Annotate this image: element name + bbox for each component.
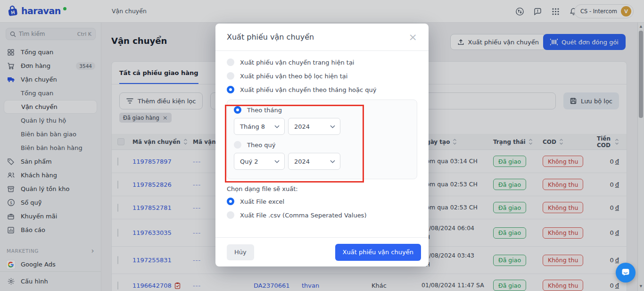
modal-header: Xuất phiếu vận chuyển ×	[215, 24, 429, 51]
chevron-down-icon	[274, 160, 280, 163]
modal-title: Xuất phiếu vận chuyển	[227, 33, 314, 42]
radio-option-csv[interactable]: Xuất File .csv (Comma Seperated Values)	[227, 211, 417, 219]
modal-footer: Hủy Xuất phiếu vận chuyển	[215, 237, 429, 266]
quarter-year-select[interactable]: 2024	[288, 153, 340, 170]
chevron-down-icon	[330, 125, 335, 128]
radio-label: Xuất phiếu vận theo bộ lọc hiện tại	[240, 73, 347, 80]
radio-icon	[227, 58, 234, 66]
radio-label: Xuất phiếu vận chuyển theo tháng hoặc qu…	[240, 86, 377, 93]
radio-icon	[234, 141, 241, 149]
radio-label: Theo quý	[247, 141, 275, 149]
chat-widget-button[interactable]	[616, 263, 636, 283]
radio-icon	[227, 198, 234, 205]
radio-option-excel[interactable]: Xuất File excel	[227, 198, 417, 205]
select-value: Tháng 8	[240, 123, 265, 130]
period-panel: Theo tháng Tháng 8 2024	[227, 100, 417, 179]
select-value: 2024	[294, 123, 310, 130]
radio-option-by-quarter[interactable]: Theo quý	[234, 141, 410, 149]
radio-option-month-quarter[interactable]: Xuất phiếu vận chuyển theo tháng hoặc qu…	[227, 86, 417, 93]
month-select[interactable]: Tháng 8	[234, 118, 285, 135]
radio-icon	[227, 211, 234, 219]
radio-label: Xuất phiếu vận chuyển trang hiện tại	[240, 59, 354, 66]
app-window: H haravan Vận chuyển	[0, 0, 644, 291]
chat-bubble-icon	[620, 267, 631, 278]
radio-option-current-filter[interactable]: Xuất phiếu vận theo bộ lọc hiện tại	[227, 72, 417, 80]
month-year-select[interactable]: 2024	[288, 118, 340, 135]
file-format-label: Chọn dạng file sẽ xuất:	[227, 185, 417, 192]
radio-label: Xuất File .csv (Comma Seperated Values)	[240, 212, 366, 219]
radio-icon	[227, 72, 234, 80]
cancel-button[interactable]: Hủy	[227, 244, 254, 260]
chevron-down-icon	[274, 125, 280, 128]
chevron-down-icon	[330, 160, 335, 163]
close-icon[interactable]: ×	[409, 32, 417, 42]
quarter-select[interactable]: Quý 2	[234, 153, 285, 170]
export-shipping-modal: Xuất phiếu vận chuyển × Xuất phiếu vận c…	[215, 24, 429, 266]
radio-option-current-page[interactable]: Xuất phiếu vận chuyển trang hiện tại	[227, 58, 417, 66]
radio-icon	[234, 106, 241, 114]
submit-export-button[interactable]: Xuất phiếu vận chuyển	[335, 244, 421, 261]
select-value: Quý 2	[240, 158, 258, 165]
select-value: 2024	[294, 158, 310, 165]
radio-icon	[227, 86, 234, 93]
radio-label: Xuất File excel	[240, 198, 284, 205]
radio-label: Theo tháng	[247, 107, 282, 114]
radio-option-by-month[interactable]: Theo tháng	[234, 106, 410, 114]
